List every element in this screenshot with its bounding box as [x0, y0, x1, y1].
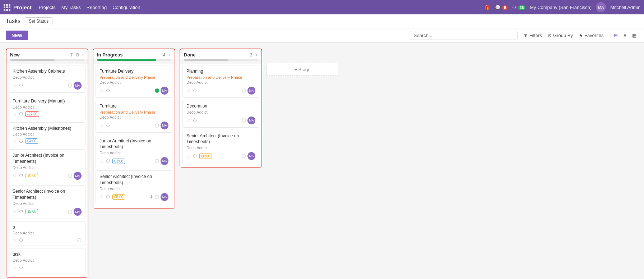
kanban-view-icon[interactable]: ⊞: [612, 32, 620, 39]
chat-icon[interactable]: 💬 9: [495, 5, 508, 10]
task-star-new-4[interactable]: ☆: [13, 209, 17, 214]
task-status-dot-new-0[interactable]: [68, 83, 72, 88]
group-by-button[interactable]: ⊙ Group By: [548, 33, 573, 38]
task-footer-done-2: ☆⏱00:00MA: [186, 152, 255, 160]
nav-projects[interactable]: Projects: [39, 5, 56, 10]
task-card-in_progress-2[interactable]: Junior Architect (Invoice on Timesheets)…: [96, 135, 172, 169]
navbar: Project Projects My Tasks Reporting Conf…: [0, 0, 644, 14]
task-avatar-in_progress-1[interactable]: MA: [161, 122, 168, 129]
task-card-new-0[interactable]: Kitchen Assembly CabinetsDeco Addict☆⏱MA: [9, 65, 85, 93]
task-status-dot-done-0[interactable]: [242, 88, 246, 93]
set-status-button[interactable]: Set Status: [25, 17, 52, 25]
column-add-icon-new[interactable]: +: [81, 52, 84, 58]
task-status-dot-new-3[interactable]: [68, 174, 72, 178]
task-clock-done-2: ⏱: [193, 154, 197, 159]
task-star-new-3[interactable]: ☆: [13, 173, 17, 178]
task-title-done-0: Planning: [186, 68, 255, 74]
task-title-new-4: Senior Architect (Invoice on Timesheets): [13, 188, 82, 201]
task-avatar-new-0[interactable]: MA: [74, 82, 82, 90]
navbar-right: 🎁 💬 9 ⏱ 35 My Company (San Francisco) MA…: [485, 2, 640, 12]
task-footer-new-3: ☆⏱10:00MA: [13, 172, 82, 180]
app-name: Project: [13, 4, 32, 10]
task-footer-new-5: ☆⏱: [13, 237, 82, 243]
task-card-new-5[interactable]: bDeco Addict☆⏱: [9, 221, 85, 246]
task-status-dot-in_progress-0[interactable]: [155, 88, 159, 93]
list-view-icon[interactable]: ≡: [622, 32, 628, 39]
task-card-done-0[interactable]: PlanningPreparation and Delivery PhaseDe…: [182, 65, 259, 98]
column-header-in_progress: In Progress4+: [93, 49, 175, 59]
column-settings-icon-new[interactable]: ⚙: [75, 52, 80, 58]
task-card-in_progress-0[interactable]: Furniture DeliveryPreparation and Delive…: [96, 65, 172, 98]
toolbar-left: NEW: [6, 31, 28, 40]
task-status-dot-done-1[interactable]: [242, 118, 246, 123]
task-avatar-new-4[interactable]: MA: [74, 208, 82, 216]
nav-my-tasks[interactable]: My Tasks: [61, 5, 81, 10]
task-star-new-5[interactable]: ☆: [13, 237, 17, 243]
task-card-done-2[interactable]: Senior Architect (Invoice on Timesheets)…: [182, 130, 259, 164]
notification-icon[interactable]: 🎁: [485, 5, 491, 10]
task-project-done-1: Deco Addict: [186, 110, 255, 114]
task-star-new-6[interactable]: ☆: [13, 265, 17, 270]
task-avatar-in_progress-3[interactable]: MA: [161, 193, 168, 201]
new-button[interactable]: NEW: [6, 31, 28, 40]
column-add-icon-done[interactable]: +: [255, 52, 258, 58]
favorites-button[interactable]: ★ Favorites: [579, 33, 603, 38]
navbar-links: Projects My Tasks Reporting Configuratio…: [39, 5, 140, 10]
task-card-new-3[interactable]: Junior Architect (Invoice on Timesheets)…: [9, 149, 85, 183]
task-status-dot-new-5[interactable]: [77, 238, 82, 242]
task-status-dot-in_progress-2[interactable]: [155, 159, 159, 163]
task-project-in_progress-1: Deco Addict: [99, 115, 168, 119]
calendar-view-icon[interactable]: ▦: [630, 32, 638, 39]
task-clock-new-1: ⏱: [19, 111, 23, 116]
task-avatar-done-0[interactable]: MA: [247, 87, 255, 95]
nav-reporting[interactable]: Reporting: [87, 5, 107, 10]
task-card-new-4[interactable]: Senior Architect (Invoice on Timesheets)…: [9, 185, 85, 219]
page-title: Tasks: [6, 18, 20, 24]
task-star-new-2[interactable]: ☆: [13, 138, 17, 144]
filters-button[interactable]: ▼ Filters: [523, 33, 542, 38]
task-status-dot-in_progress-3[interactable]: [155, 195, 159, 199]
nav-configuration[interactable]: Configuration: [112, 5, 140, 10]
task-time-badge-in_progress-2: 03:00: [112, 159, 125, 164]
apps-icon[interactable]: [4, 4, 10, 11]
task-download-icon-in_progress-3[interactable]: ⬇: [149, 194, 153, 200]
task-avatar-done-1[interactable]: MA: [247, 116, 255, 124]
task-status-dot-done-2[interactable]: [242, 154, 246, 158]
task-card-in_progress-3[interactable]: Senior Architect (Invoice on Timesheets)…: [96, 170, 172, 204]
task-avatar-done-2[interactable]: MA: [247, 152, 255, 160]
navbar-brand[interactable]: Project: [4, 4, 32, 11]
task-title-new-6: task: [13, 251, 82, 257]
task-star-in_progress-0[interactable]: ☆: [99, 88, 104, 93]
task-star-new-0[interactable]: ☆: [13, 83, 17, 88]
task-avatar-new-3[interactable]: MA: [74, 172, 82, 180]
column-add-icon-in_progress[interactable]: +: [168, 52, 171, 58]
task-star-in_progress-2[interactable]: ☆: [99, 159, 104, 164]
task-card-new-1[interactable]: Furniture Delivery (Manual)Deco Addict☆⏱…: [9, 95, 85, 120]
task-card-in_progress-1[interactable]: FurniturePreparation and Delivery PhaseD…: [96, 100, 172, 133]
task-star-in_progress-1[interactable]: ☆: [99, 123, 104, 128]
task-star-in_progress-3[interactable]: ☆: [99, 194, 104, 200]
task-avatar-in_progress-0[interactable]: MA: [161, 87, 168, 95]
task-star-done-1[interactable]: ☆: [186, 118, 191, 123]
task-phase-in_progress-1: Preparation and Delivery Phase: [99, 110, 168, 114]
task-star-new-1[interactable]: ☆: [13, 111, 17, 117]
task-star-done-2[interactable]: ☆: [186, 154, 191, 159]
add-stage-button[interactable]: + Stage: [267, 63, 338, 76]
task-status-dot-in_progress-1[interactable]: [155, 123, 159, 128]
search-input[interactable]: [410, 31, 518, 40]
task-project-in_progress-0: Deco Addict: [99, 80, 168, 84]
task-avatar-in_progress-2[interactable]: MA: [161, 157, 168, 165]
task-card-done-1[interactable]: DecorationDeco Addict☆⏱MA: [182, 100, 259, 128]
timer-icon[interactable]: ⏱ 35: [512, 5, 525, 10]
column-count-done: 3: [250, 52, 252, 58]
task-card-new-2[interactable]: Kitchen Assembly (Milestones)Deco Addict…: [9, 122, 85, 147]
column-title-done: Done: [184, 52, 196, 58]
task-status-dot-new-4[interactable]: [68, 210, 72, 214]
user-avatar[interactable]: MA: [596, 2, 606, 12]
task-star-done-0[interactable]: ☆: [186, 88, 191, 93]
task-card-new-6[interactable]: taskDeco Addict☆⏱: [9, 248, 85, 273]
column-cards-done: PlanningPreparation and Delivery PhaseDe…: [180, 64, 261, 167]
task-project-new-5: Deco Addict: [13, 231, 82, 235]
task-footer-right-new-4: MA: [68, 208, 82, 216]
kanban-column-new: New7⚙+Kitchen Assembly CabinetsDeco Addi…: [6, 49, 88, 278]
